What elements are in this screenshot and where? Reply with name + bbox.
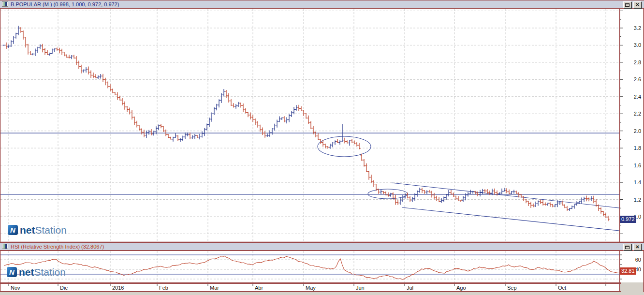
price-axis-label: 1.2 [634,197,641,203]
x-axis-label: Nov [11,285,20,291]
main-chart-title: B.POPULAR (M ) (0.998, 1.000, 0.972, 0.9… [11,1,119,8]
price-axis-label: 2.4 [634,94,641,100]
price-axis-label: 3.0 [634,42,641,48]
x-axis-label: Feb [159,285,168,291]
maximize-icon [625,3,629,7]
x-axis-label: Jul [407,285,413,291]
price-axis-label: 2.2 [634,111,641,117]
x-axis-label: Dic [60,285,68,291]
rsi-panel-titlebar[interactable]: RSI (Relative Strength Index) (32.8067) … [0,242,644,251]
x-axis-label: Mar [210,285,219,291]
close-button[interactable]: ✕ [633,1,642,8]
x-axis-label: Sep [507,285,517,291]
chart-icon [2,1,8,7]
x-axis-label: Oct [558,285,566,291]
x-axis-label: 2016 [112,285,124,291]
x-axis-label: May [306,285,316,291]
price-axis-label: 1.8 [634,145,641,151]
price-axis-label: 2.0 [634,128,641,134]
main-chart-titlebar[interactable]: B.POPULAR (M ) (0.998, 1.000, 0.972, 0.9… [0,0,644,9]
rsi-axis-label: 60 [635,257,641,263]
rsi-maximize-button[interactable] [623,244,631,251]
netstation-window: N netStation N netStation 3.23.02.82.62.… [0,0,644,295]
price-axis-label: 2.6 [634,76,641,82]
price-axis-label: 3.2 [634,25,641,31]
close-icon: ✕ [635,244,639,250]
maximize-icon [625,246,629,249]
x-axis-label: Ago [456,285,466,291]
x-axis-label: Abr [255,285,263,291]
price-axis-label: 2.8 [634,59,641,65]
rsi-close-button[interactable]: ✕ [633,244,642,251]
rsi-value-tag: 32.81 [620,267,636,275]
close-icon: ✕ [635,2,639,8]
last-price-tag: 0.972 [620,216,636,223]
chart-icon [2,244,8,249]
rsi-axis-label: 40 [635,266,641,272]
price-axis-label: 1.4 [634,179,641,185]
rsi-panel-title: RSI (Relative Strength Index) (32.8067) [11,243,104,250]
maximize-button[interactable] [623,1,631,8]
x-axis-label: Jun [356,285,365,291]
price-axis-label: 1.6 [634,162,641,168]
